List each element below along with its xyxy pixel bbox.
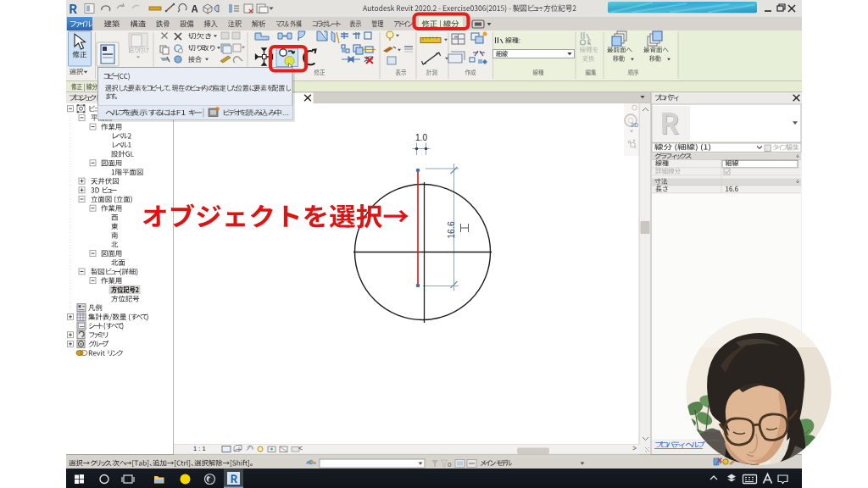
svg-text:1 : 1: 1 : 1: [193, 445, 206, 452]
svg-text:0: 0: [448, 461, 452, 469]
svg-text:2D: 2D: [631, 122, 638, 128]
svg-text:1.0: 1.0: [415, 133, 427, 142]
svg-text:<: <: [298, 444, 303, 452]
svg-text:>: >: [632, 444, 637, 452]
svg-text:16.6: 16.6: [446, 221, 456, 239]
